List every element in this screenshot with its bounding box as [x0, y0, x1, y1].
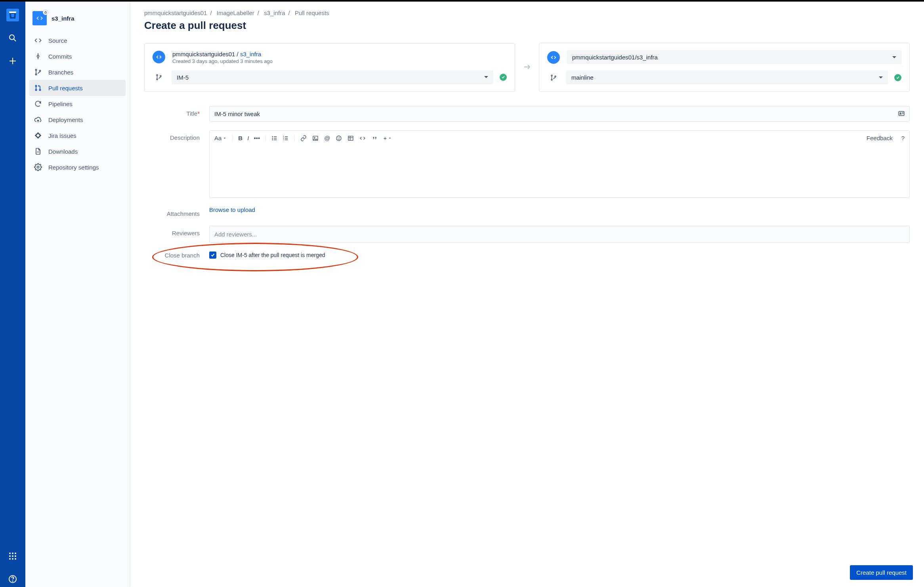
- sidebar-item-settings[interactable]: Repository settings: [29, 159, 126, 175]
- gear-icon: [34, 163, 42, 171]
- sidebar-item-downloads[interactable]: Downloads: [29, 143, 126, 159]
- bullet-list-icon[interactable]: [271, 135, 278, 141]
- svg-point-2: [12, 553, 13, 554]
- svg-point-16: [39, 70, 40, 71]
- nav-label: Commits: [48, 53, 72, 60]
- number-list-icon[interactable]: 123: [283, 135, 289, 141]
- svg-point-21: [157, 74, 158, 76]
- repo-avatar-icon: [32, 11, 47, 25]
- lock-icon: [43, 10, 48, 15]
- contact-card-icon[interactable]: [898, 110, 905, 118]
- crumb[interactable]: pmmquickstartguides01: [144, 10, 207, 16]
- svg-point-31: [272, 139, 273, 140]
- nav-label: Pull requests: [48, 85, 83, 91]
- emoji-icon[interactable]: [336, 135, 342, 141]
- cloud-up-icon: [34, 116, 42, 124]
- reviewers-input[interactable]: Add reviewers...: [209, 226, 910, 243]
- status-ok-icon: [894, 74, 901, 81]
- search-icon[interactable]: [5, 30, 21, 46]
- bitbucket-logo[interactable]: [5, 7, 21, 23]
- svg-point-18: [35, 89, 36, 90]
- create-icon[interactable]: [5, 53, 21, 69]
- svg-point-5: [12, 555, 13, 557]
- close-branch-label: Close branch: [144, 252, 200, 259]
- mention-icon[interactable]: @: [324, 135, 330, 141]
- svg-point-36: [314, 137, 315, 138]
- global-rail: [0, 2, 25, 587]
- sidebar-item-pull-requests[interactable]: Pull requests: [29, 80, 126, 96]
- svg-point-6: [15, 555, 16, 557]
- nav-label: Branches: [48, 69, 73, 76]
- feedback-link[interactable]: Feedback: [867, 135, 893, 141]
- sidebar-item-deployments[interactable]: Deployments: [29, 112, 126, 128]
- svg-point-23: [160, 76, 161, 77]
- arrow-right-icon: [522, 62, 532, 73]
- title-input[interactable]: [209, 106, 910, 122]
- svg-point-29: [272, 136, 273, 137]
- svg-point-24: [551, 75, 552, 76]
- quote-icon[interactable]: [371, 135, 378, 141]
- nav-label: Repository settings: [48, 164, 99, 171]
- status-ok-icon: [500, 74, 507, 81]
- sidebar-item-source[interactable]: Source: [29, 32, 126, 48]
- dest-repo-select[interactable]: pmmquickstartguides01/s3_infra: [567, 50, 901, 64]
- nav-label: Source: [48, 37, 67, 44]
- insert-more-icon[interactable]: +: [383, 135, 392, 141]
- code-block-icon[interactable]: [359, 135, 366, 141]
- close-branch-checkbox[interactable]: [209, 252, 216, 259]
- svg-point-14: [35, 69, 36, 71]
- nav-label: Pipelines: [48, 101, 73, 107]
- file-icon: [34, 147, 42, 155]
- svg-point-0: [10, 35, 14, 40]
- crumb[interactable]: s3_infra: [264, 10, 285, 16]
- sidebar-item-jira[interactable]: Jira issues: [29, 128, 126, 143]
- repo-header[interactable]: s3_infra: [29, 9, 126, 32]
- svg-point-1: [9, 553, 11, 554]
- main-content: pmmquickstartguides01/ ImageLabeller/ s3…: [130, 2, 924, 587]
- svg-point-38: [338, 137, 338, 137]
- table-icon[interactable]: [347, 135, 354, 141]
- svg-point-9: [15, 558, 16, 560]
- source-repo-meta: Created 3 days ago, updated 3 minutes ag…: [172, 58, 273, 64]
- apps-icon[interactable]: [5, 548, 21, 564]
- browse-upload-link[interactable]: Browse to upload: [209, 206, 255, 213]
- crumb[interactable]: ImageLabeller: [217, 10, 254, 16]
- create-pr-button[interactable]: Create pull request: [850, 565, 913, 580]
- help-icon[interactable]: [5, 571, 21, 587]
- pull-request-icon: [34, 84, 42, 92]
- image-icon[interactable]: [312, 135, 319, 141]
- source-repo-link[interactable]: s3_infra: [240, 51, 261, 57]
- text-style-button[interactable]: Aa: [214, 135, 227, 141]
- svg-point-4: [9, 555, 11, 557]
- crumb[interactable]: Pull requests: [295, 10, 329, 16]
- svg-rect-12: [45, 12, 47, 13]
- svg-point-22: [157, 79, 158, 80]
- svg-point-17: [35, 85, 36, 86]
- svg-point-30: [272, 138, 273, 138]
- svg-point-7: [9, 558, 11, 560]
- link-icon[interactable]: [300, 135, 307, 141]
- code-icon: [34, 36, 42, 44]
- bold-icon[interactable]: B: [238, 135, 242, 141]
- close-branch-text: Close IM-5 after the pull request is mer…: [220, 252, 325, 258]
- repo-sidebar: s3_infra Source Commits Branches Pull re…: [25, 2, 130, 587]
- code-badge-icon: [153, 51, 165, 63]
- jira-icon: [34, 132, 42, 139]
- sidebar-item-branches[interactable]: Branches: [29, 64, 126, 80]
- source-branch-select[interactable]: IM-5: [172, 71, 493, 84]
- source-branch-card: pmmquickstartguides01 / s3_infra Created…: [144, 43, 515, 92]
- code-badge-icon: [547, 51, 560, 64]
- editor-help-icon[interactable]: ?: [901, 135, 905, 141]
- description-editor[interactable]: Aa B I ••• 123: [209, 130, 910, 198]
- svg-point-15: [35, 74, 36, 75]
- sidebar-item-pipelines[interactable]: Pipelines: [29, 96, 126, 112]
- branch-icon: [547, 74, 560, 81]
- sidebar-item-commits[interactable]: Commits: [29, 48, 126, 64]
- more-formatting-icon[interactable]: •••: [254, 135, 260, 141]
- dest-branch-select[interactable]: mainline: [566, 71, 888, 84]
- italic-icon[interactable]: I: [247, 135, 249, 141]
- nav-label: Jira issues: [48, 132, 76, 139]
- reviewers-label: Reviewers: [144, 226, 200, 236]
- editor-toolbar: Aa B I ••• 123: [210, 131, 909, 145]
- source-repo-path: pmmquickstartguides01 / s3_infra: [172, 51, 273, 57]
